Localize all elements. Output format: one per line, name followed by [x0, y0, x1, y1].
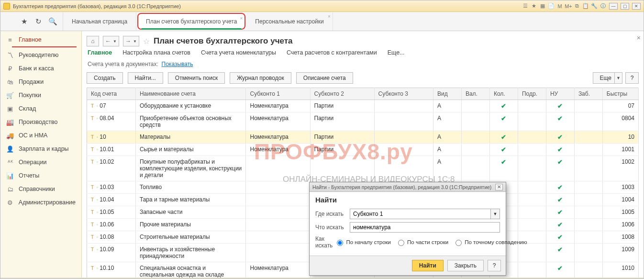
- col-s2[interactable]: Субконто 2: [310, 88, 374, 100]
- more-button[interactable]: Еще▼: [593, 72, 622, 84]
- sidebar-item-salary[interactable]: 👤Зарплата и кадры: [0, 142, 81, 156]
- sidebar-item-ref[interactable]: 🗂Справочники: [0, 182, 81, 196]
- journal-button[interactable]: Журнал проводок: [230, 72, 291, 84]
- dialog-close-icon[interactable]: ✕: [495, 184, 503, 190]
- tab-label: Начальная страница: [72, 18, 127, 25]
- sidebar-item-lead[interactable]: 〽Руководителю: [0, 48, 81, 62]
- cell-kol: ✔: [489, 156, 518, 181]
- help-button[interactable]: ?: [625, 72, 639, 84]
- cell-zab: [574, 156, 602, 181]
- toolbar-icon[interactable]: ▦: [539, 3, 546, 10]
- app-tabbar: ★ ↻ 🔍 Начальная страница План счетов бух…: [0, 12, 644, 31]
- toolbar-icon[interactable]: M+: [565, 3, 572, 10]
- history-icon[interactable]: ↻: [34, 17, 43, 26]
- col-bv[interactable]: Быстры: [602, 88, 638, 100]
- radio-start[interactable]: [337, 240, 343, 246]
- cell-nu: ✔: [546, 231, 574, 244]
- sidebar-item-bank[interactable]: ₽Банк и касса: [0, 62, 81, 75]
- radio-exact[interactable]: [455, 240, 462, 246]
- tab-plan-accounts[interactable]: План счетов бухгалтерского учета ×: [137, 13, 245, 30]
- sidebar-item-stock[interactable]: ▣Склад: [0, 102, 81, 115]
- sidebar-item-reports[interactable]: 📊Отчеты: [0, 169, 81, 182]
- table-row[interactable]: T◦ 08.04Приобретение объектов основных с…: [87, 112, 639, 131]
- chevron-down-icon[interactable]: ▼: [490, 209, 500, 219]
- subtab-setup[interactable]: Настройка плана счетов: [122, 49, 190, 56]
- col-s3[interactable]: Субконто 3: [374, 88, 433, 100]
- search-icon[interactable]: 🔍: [48, 17, 57, 26]
- close-button[interactable]: ✕: [632, 3, 641, 10]
- cell-s1: Номенклатура: [246, 262, 310, 278]
- maximize-button[interactable]: ▢: [621, 3, 629, 10]
- toolbar-icon[interactable]: ★: [531, 3, 537, 10]
- table-row[interactable]: T◦ 10.02Покупные полуфабрикаты и комплек…: [87, 156, 639, 181]
- tab-label: План счетов бухгалтерского учета: [146, 18, 237, 25]
- dialog-find-button[interactable]: Найти: [412, 260, 444, 271]
- toolbar-icon[interactable]: 🔧: [591, 3, 598, 10]
- radio-part[interactable]: [398, 240, 404, 246]
- dialog-help-button[interactable]: ?: [488, 260, 501, 271]
- where-label: Где искать: [315, 211, 350, 217]
- cell-s1: Номенклатура: [246, 100, 310, 112]
- nav-home-button[interactable]: ⌂: [87, 36, 99, 46]
- toolbar-icon[interactable]: ☰: [522, 3, 529, 10]
- where-select[interactable]: [350, 209, 490, 219]
- table-row[interactable]: T◦ 07Оборудование к установкеНоменклатур…: [87, 100, 639, 112]
- cell-s3: [374, 131, 433, 144]
- cell-name: Приобретение объектов основных средств: [135, 112, 246, 131]
- tab-close-icon[interactable]: ×: [328, 14, 331, 19]
- find-button[interactable]: Найти...: [128, 72, 163, 84]
- col-s1[interactable]: Субконто 1: [246, 88, 310, 100]
- favorite-star-icon[interactable]: ☆: [143, 37, 150, 46]
- minimize-button[interactable]: —: [609, 3, 618, 10]
- toolbar: Создать Найти... Отменить поиск Журнал п…: [87, 72, 639, 84]
- table-row[interactable]: T◦ 10МатериалыНоменклатураПартииА✔✔10: [87, 131, 639, 144]
- star-icon[interactable]: ★: [20, 17, 28, 26]
- sidebar-item-buy[interactable]: 🛒Покупки: [0, 89, 81, 102]
- col-name[interactable]: Наименование счета: [135, 88, 246, 100]
- toolbar-icon[interactable]: 📋: [582, 3, 589, 10]
- sidebar-item-main[interactable]: ≡Главное: [0, 33, 81, 46]
- nav-fwd-button[interactable]: → ▼: [123, 36, 139, 46]
- tab-close-icon[interactable]: ×: [240, 16, 243, 21]
- apps-grid-icon[interactable]: [6, 18, 14, 25]
- dialog-close-button[interactable]: Закрыть: [447, 260, 484, 271]
- help-icon[interactable]: ⓘ: [600, 3, 606, 10]
- subtab-contr[interactable]: Счета расчетов с контрагентами: [287, 49, 377, 56]
- desc-button[interactable]: Описание счета: [296, 72, 353, 84]
- col-podr[interactable]: Подр.: [518, 88, 546, 100]
- col-code[interactable]: Код счета: [87, 88, 136, 100]
- create-button[interactable]: Создать: [87, 72, 123, 84]
- toolbar-icon[interactable]: 📄: [548, 3, 555, 10]
- subtab-main[interactable]: Главное: [88, 49, 112, 56]
- page-close-icon[interactable]: ×: [637, 34, 641, 42]
- col-vid[interactable]: Вид: [433, 88, 461, 100]
- subtab-more[interactable]: Еще...: [388, 49, 405, 56]
- col-zab[interactable]: Заб.: [574, 88, 602, 100]
- table-row[interactable]: T◦ 10.01Сырье и материалыНоменклатураПар…: [87, 144, 639, 156]
- chevron-down-icon: ▼: [614, 73, 622, 83]
- toolbar-icon[interactable]: ⧉: [574, 3, 580, 10]
- tab-start-page[interactable]: Начальная страница: [63, 12, 136, 31]
- nav-back-button[interactable]: ← ▼: [103, 36, 119, 46]
- sidebar-item-admin[interactable]: ⚙Администрирование: [0, 196, 81, 209]
- sidebar-item-oper[interactable]: ᴬᴷОперации: [0, 156, 81, 169]
- tab-personal-settings[interactable]: Персональные настройки ×: [246, 12, 333, 31]
- sidebar-item-osnma[interactable]: 🚚ОС и НМА: [0, 129, 81, 142]
- cancel-search-button[interactable]: Отменить поиск: [168, 72, 225, 84]
- sidebar-label: Главное: [19, 36, 42, 43]
- sidebar-item-sales[interactable]: 🛍Продажи: [0, 75, 81, 89]
- cell-zab: [574, 219, 602, 231]
- subtab-nomen[interactable]: Счета учета номенклатуры: [201, 49, 276, 56]
- dialog-titlebar[interactable]: Найти - Бухгалтерия предприятия (базовая…: [310, 182, 506, 192]
- cell-zab: [574, 100, 602, 112]
- col-nu[interactable]: НУ: [546, 88, 574, 100]
- what-input[interactable]: [350, 222, 500, 233]
- toolbar-icon[interactable]: M: [556, 3, 563, 10]
- docline-link[interactable]: Показывать: [162, 61, 193, 67]
- cell-zab: [574, 181, 602, 194]
- cell-zab: [574, 262, 602, 278]
- sidebar-item-prod[interactable]: 🏭Производство: [0, 115, 81, 129]
- col-val[interactable]: Вал.: [461, 88, 489, 100]
- truck-icon: 🚚: [6, 132, 14, 139]
- col-kol[interactable]: Кол.: [489, 88, 518, 100]
